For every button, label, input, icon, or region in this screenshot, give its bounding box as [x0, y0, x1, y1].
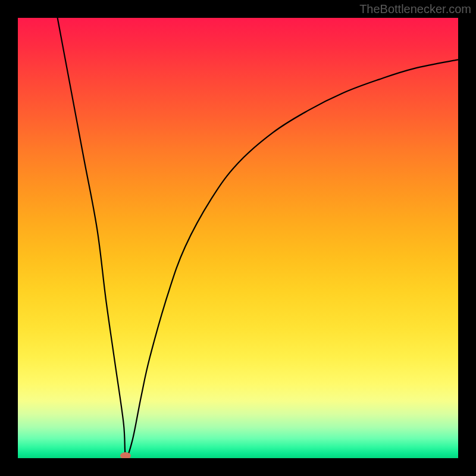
optimal-point-marker — [120, 452, 131, 458]
chart-canvas: TheBottlenecker.com — [0, 0, 476, 476]
watermark: TheBottlenecker.com — [359, 2, 471, 16]
plot-area — [18, 18, 458, 458]
gradient-background — [18, 18, 458, 458]
